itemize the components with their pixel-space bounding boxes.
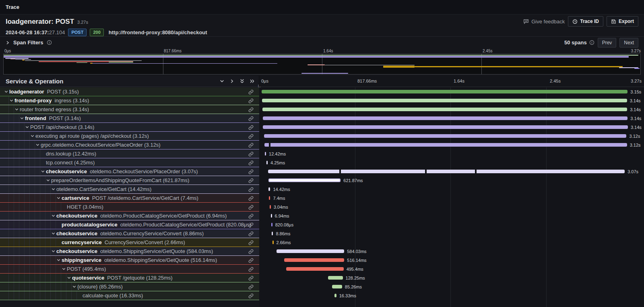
span-link-icon[interactable] — [248, 249, 254, 256]
span-row[interactable]: checkoutserviceoteldemo.ShippingService/… — [0, 247, 644, 256]
span-row-label[interactable]: checkoutserviceoteldemo.CurrencyService/… — [0, 229, 259, 238]
span-row-label[interactable]: cartservicePOST /oteldemo.CartService/Ge… — [0, 194, 259, 203]
info-icon[interactable] — [47, 40, 52, 45]
span-row[interactable]: {closure} (85.26ms)85.26ms — [0, 282, 644, 291]
span-duration-bar[interactable] — [332, 285, 342, 288]
span-row-label[interactable]: grpc.oteldemo.CheckoutService/PlaceOrder… — [0, 141, 259, 149]
span-row-label[interactable]: quoteservicePOST /getquote (128.25ms) — [0, 274, 259, 282]
span-bar-track[interactable]: 128.25ms — [259, 274, 644, 282]
span-duration-bar[interactable] — [263, 125, 627, 129]
span-bar-track[interactable]: 85.26ms — [259, 282, 644, 291]
span-row[interactable]: quoteservicePOST /getquote (128.25ms)128… — [0, 274, 644, 282]
span-duration-bar[interactable] — [264, 134, 627, 138]
span-link-icon[interactable] — [248, 240, 254, 247]
span-duration-bar[interactable] — [262, 90, 627, 93]
span-filters-toggle[interactable]: Span Filters — [6, 39, 52, 46]
span-row[interactable]: checkoutserviceoteldemo.CheckoutService/… — [0, 167, 644, 176]
span-link-icon[interactable] — [248, 213, 254, 220]
span-duration-bar[interactable] — [264, 143, 627, 147]
span-row[interactable]: frontendPOST (3.14s)3.14s — [0, 114, 644, 123]
span-bar-track[interactable]: 7.4ms — [259, 194, 644, 203]
span-row[interactable]: tcp.connect (4.25ms)4.25ms — [0, 158, 644, 167]
span-bar-track[interactable]: 3.04ms — [259, 203, 644, 212]
span-bar-track[interactable]: 495.4ms — [259, 265, 644, 274]
chevron-down-icon[interactable] — [50, 212, 56, 220]
span-bar-track[interactable]: 2.66ms — [259, 238, 644, 247]
span-link-icon[interactable] — [248, 222, 254, 229]
span-row[interactable]: router frontend egress (3.14s)3.14s — [0, 105, 644, 114]
trace-minimap[interactable]: 0μs817.66ms1.64s2.45s3.27s — [0, 48, 644, 76]
span-row[interactable]: dns.lookup (12.42ms)12.42ms — [0, 149, 644, 158]
span-duration-bar[interactable] — [270, 205, 271, 209]
span-row-label[interactable]: oteldemo.CartService/GetCart (14.42ms) — [0, 185, 259, 194]
span-row-label[interactable]: checkoutserviceoteldemo.CheckoutService/… — [0, 167, 259, 176]
expand-one-icon[interactable] — [229, 79, 235, 84]
chevron-down-icon[interactable] — [50, 229, 56, 238]
next-button[interactable]: Next — [619, 38, 638, 48]
span-link-icon[interactable] — [248, 133, 254, 141]
span-bar-track[interactable]: 3.14s — [259, 105, 644, 114]
span-row-label[interactable]: calculate-quote (16.33ms) — [0, 291, 259, 300]
expand-all-icon[interactable] — [250, 79, 255, 84]
span-duration-bar[interactable] — [286, 267, 344, 271]
span-row-label[interactable]: POST /api/checkout (3.14s) — [0, 123, 259, 132]
span-row-label[interactable]: frontend-proxyingress (3.14s) — [0, 96, 259, 105]
span-link-icon[interactable] — [248, 204, 254, 212]
span-link-icon[interactable] — [248, 187, 254, 194]
span-row-label[interactable]: tcp.connect (4.25ms) — [0, 158, 259, 167]
span-row[interactable]: checkoutserviceoteldemo.CurrencyService/… — [0, 229, 644, 238]
span-bar-track[interactable]: 14.42ms — [259, 185, 644, 194]
span-link-icon[interactable] — [248, 89, 254, 96]
span-row[interactable]: prepareOrderItemsAndShippingQuoteFromCar… — [0, 176, 644, 185]
span-bar-track[interactable]: 820.08μs — [259, 220, 644, 229]
span-link-icon[interactable] — [248, 107, 254, 114]
span-row-label[interactable]: prepareOrderItemsAndShippingQuoteFromCar… — [0, 176, 259, 185]
chevron-down-icon[interactable] — [45, 176, 51, 185]
span-duration-bar[interactable] — [284, 258, 344, 262]
chevron-down-icon[interactable] — [14, 105, 20, 114]
span-link-icon[interactable] — [248, 178, 254, 185]
chevron-down-icon[interactable] — [8, 96, 14, 105]
span-link-icon[interactable] — [248, 160, 254, 167]
span-bar-track[interactable]: 3.14s — [259, 114, 644, 123]
span-row[interactable]: calculate-quote (16.33ms)16.33ms — [0, 291, 644, 300]
span-bar-track[interactable]: 3.14s — [259, 123, 644, 132]
span-row[interactable]: loadgeneratorPOST (3.15s)3.15s — [0, 87, 644, 96]
collapse-all-icon[interactable] — [239, 79, 245, 84]
span-row-label[interactable]: loadgeneratorPOST (3.15s) — [0, 87, 259, 96]
span-bar-track[interactable]: 6.94ms — [259, 212, 644, 220]
span-row[interactable]: currencyserviceCurrencyService/Convert (… — [0, 238, 644, 247]
chevron-down-icon[interactable] — [66, 274, 72, 282]
span-row-label[interactable]: checkoutserviceoteldemo.ProductCatalogSe… — [0, 212, 259, 220]
span-bar-track[interactable]: 8.86ms — [259, 229, 644, 238]
span-row[interactable]: executing api route (pages) /api/checkou… — [0, 132, 644, 141]
span-duration-bar[interactable] — [263, 116, 627, 120]
span-link-icon[interactable] — [248, 275, 254, 282]
span-bar-track[interactable]: 4.25ms — [259, 158, 644, 167]
info-icon[interactable] — [589, 40, 594, 45]
span-bar-track[interactable]: 3.07s — [259, 167, 644, 176]
span-link-icon[interactable] — [248, 293, 254, 300]
chevron-down-icon[interactable] — [19, 114, 25, 123]
span-link-icon[interactable] — [248, 169, 254, 176]
span-link-icon[interactable] — [248, 284, 254, 291]
span-row-label[interactable]: currencyserviceCurrencyService/Convert (… — [0, 238, 259, 247]
span-row[interactable]: cartservicePOST /oteldemo.CartService/Ge… — [0, 194, 644, 203]
span-row-label[interactable]: checkoutserviceoteldemo.ShippingService/… — [0, 247, 259, 256]
span-link-icon[interactable] — [248, 151, 254, 158]
span-bar-track[interactable]: 516.14ms — [259, 256, 644, 265]
collapse-one-icon[interactable] — [219, 79, 225, 84]
span-duration-bar[interactable] — [262, 99, 627, 102]
span-link-icon[interactable] — [248, 231, 254, 238]
trace-id-button[interactable]: Trace ID — [568, 16, 603, 27]
span-row[interactable]: frontend-proxyingress (3.14s)3.14s — [0, 96, 644, 105]
span-link-icon[interactable] — [248, 266, 254, 274]
chevron-down-icon[interactable] — [35, 141, 41, 149]
span-row-label[interactable]: HGET (3.04ms) — [0, 203, 259, 212]
span-row-label[interactable]: shippingserviceoteldemo.ShippingService/… — [0, 256, 259, 265]
span-duration-bar[interactable] — [277, 249, 345, 253]
span-link-icon[interactable] — [248, 116, 254, 123]
span-duration-bar[interactable] — [268, 187, 270, 191]
span-link-icon[interactable] — [248, 124, 254, 132]
span-row[interactable]: POST /api/checkout (3.14s)3.14s — [0, 123, 644, 132]
